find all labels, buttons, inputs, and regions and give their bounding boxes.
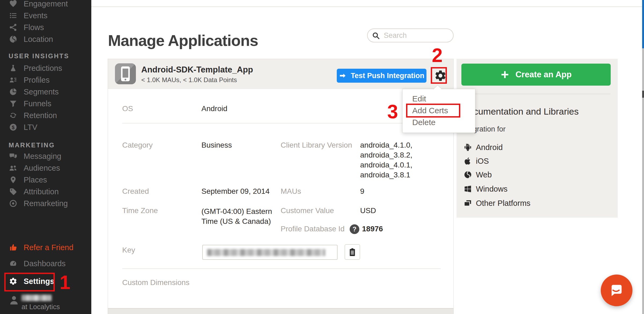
category-label: Category xyxy=(122,141,153,149)
clipboard-icon xyxy=(348,247,357,257)
sidebar-item-engagement[interactable]: Engagement xyxy=(8,0,86,10)
thumbs-up-icon xyxy=(8,242,18,253)
globe-icon xyxy=(462,169,473,180)
annotation-step-1: 1 xyxy=(60,273,70,292)
chat-bubbles-icon xyxy=(8,151,18,161)
platform-label: Windows xyxy=(476,185,508,193)
sidebar-item-refer-a-friend[interactable]: Refer a Friend xyxy=(8,242,86,253)
created-label: Created xyxy=(122,187,149,196)
maus-label: MAUs xyxy=(281,187,301,196)
test-push-label: Test Push Integration xyxy=(351,72,424,80)
sidebar-item-funnels[interactable]: Funnels xyxy=(8,98,86,109)
sidebar-item-label: Location xyxy=(24,35,53,44)
sidebar-item-label: Events xyxy=(24,11,48,20)
sidebar-item-places[interactable]: Places xyxy=(8,174,86,186)
sidebar-item-retention[interactable]: Retention xyxy=(8,109,86,121)
sidebar-item-label: Audiences xyxy=(24,164,60,173)
menu-item-edit[interactable]: Edit xyxy=(403,93,475,105)
sidebar-section-marketing: MARKETING xyxy=(9,141,55,149)
sidebar-section-user-insights: USER INSIGHTS xyxy=(9,52,69,60)
arrow-right-icon xyxy=(339,72,346,79)
svg-text:$: $ xyxy=(12,125,15,130)
row-divider xyxy=(122,268,441,269)
dollar-circle-icon: $ xyxy=(8,122,18,132)
platform-link-ios[interactable]: iOS xyxy=(462,156,570,166)
annotation-step-2: 2 xyxy=(432,46,443,65)
sidebar-item-ltv[interactable]: $ LTV xyxy=(8,121,86,133)
category-value: Business xyxy=(201,141,232,149)
sidebar-item-label: Profiles xyxy=(24,76,50,85)
person-icon xyxy=(8,294,20,306)
content-top-divider xyxy=(91,6,644,7)
create-an-app-label: Create an App xyxy=(515,70,571,79)
windows-icon xyxy=(462,184,473,194)
sidebar-item-dashboards[interactable]: Dashboards xyxy=(8,258,86,269)
profile-database-id-label: Profile Database Id xyxy=(281,225,345,233)
chat-launcher-button[interactable] xyxy=(601,275,632,306)
customer-value-label: Customer Value xyxy=(281,206,334,215)
annotation-box-settings xyxy=(4,273,55,291)
sidebar-item-predictions[interactable]: Predictions xyxy=(8,62,86,74)
scrollbar-track[interactable] xyxy=(642,48,644,314)
scrollbar-thumb[interactable] xyxy=(642,91,644,98)
platform-link-windows[interactable]: Windows xyxy=(462,184,570,194)
sidebar-item-label: Refer a Friend xyxy=(24,243,73,252)
sidebar-item-label: Funnels xyxy=(24,99,51,108)
sidebar-item-label: Flows xyxy=(24,23,44,32)
sidebar-item-label: Retention xyxy=(24,111,57,120)
flask-icon xyxy=(8,63,18,73)
sidebar-item-remarketing[interactable]: Remarketing xyxy=(8,198,86,209)
copy-key-button[interactable] xyxy=(345,244,360,260)
app-stats: < 1.0K MAUs, < 1.0K Data Points xyxy=(141,76,237,84)
profile-database-id-value: 18976 xyxy=(362,225,383,233)
created-value: September 09, 2014 xyxy=(201,187,270,196)
client-library-version-value: androida_4.0.1, xyxy=(360,161,413,169)
test-push-integration-button[interactable]: Test Push Integration xyxy=(337,69,426,83)
annotation-box-gear xyxy=(431,67,447,84)
time-zone-value: (GMT-04:00) Eastern Time (US & Canada) xyxy=(201,206,278,226)
platform-link-other-platforms[interactable]: Other Platforms xyxy=(462,198,570,209)
window-edge-accent xyxy=(642,0,644,48)
platform-link-android[interactable]: Android xyxy=(462,142,570,153)
apple-icon xyxy=(462,156,473,166)
maus-value: 9 xyxy=(360,187,364,196)
search-input[interactable] xyxy=(383,30,449,41)
sidebar-item-location[interactable]: Location xyxy=(8,33,86,45)
row-divider xyxy=(122,123,441,123)
annotation-box-add-certs xyxy=(406,104,460,118)
sidebar: Engagement Events Flows Location USER IN… xyxy=(0,0,91,314)
sidebar-item-label: Remarketing xyxy=(24,199,68,208)
sidebar-item-label: Segments xyxy=(24,87,59,96)
key-label: Key xyxy=(122,246,135,254)
gauge-icon xyxy=(8,258,18,269)
next-app-row-peek xyxy=(108,308,454,314)
platform-link-web[interactable]: Web xyxy=(462,169,570,180)
share-icon xyxy=(8,22,18,32)
user-subtitle: at Localytics xyxy=(21,303,60,311)
panel-divider xyxy=(472,94,610,94)
sidebar-item-attribution[interactable]: Attribution xyxy=(8,186,86,198)
sidebar-item-audiences[interactable]: Audiences xyxy=(8,162,86,174)
sidebar-item-segments[interactable]: Segments xyxy=(8,86,86,98)
annotation-step-3: 3 xyxy=(387,102,398,121)
sidebar-item-label: Dashboards xyxy=(24,259,66,268)
platform-label: Web xyxy=(476,170,492,179)
sidebar-item-flows[interactable]: Flows xyxy=(8,21,86,33)
sidebar-item-messaging[interactable]: Messaging xyxy=(8,150,86,162)
search-box[interactable] xyxy=(367,28,454,42)
time-zone-label: Time Zone xyxy=(122,206,158,215)
globe-icon xyxy=(8,34,18,44)
page-title: Manage Applications xyxy=(108,31,258,49)
layers-icon xyxy=(462,198,473,209)
app-key-input[interactable] xyxy=(202,245,338,260)
android-icon xyxy=(462,142,473,153)
sidebar-item-profiles[interactable]: Profiles xyxy=(8,74,86,86)
menu-item-delete[interactable]: Delete xyxy=(403,116,475,128)
create-an-app-button[interactable]: Create an App xyxy=(461,64,611,86)
search-icon xyxy=(372,32,380,40)
tag-icon xyxy=(8,187,18,197)
app-key-redacted xyxy=(207,249,325,256)
sidebar-item-events[interactable]: Events xyxy=(8,10,86,21)
help-question-badge[interactable]: ? xyxy=(350,224,359,234)
map-pin-icon xyxy=(8,175,18,185)
